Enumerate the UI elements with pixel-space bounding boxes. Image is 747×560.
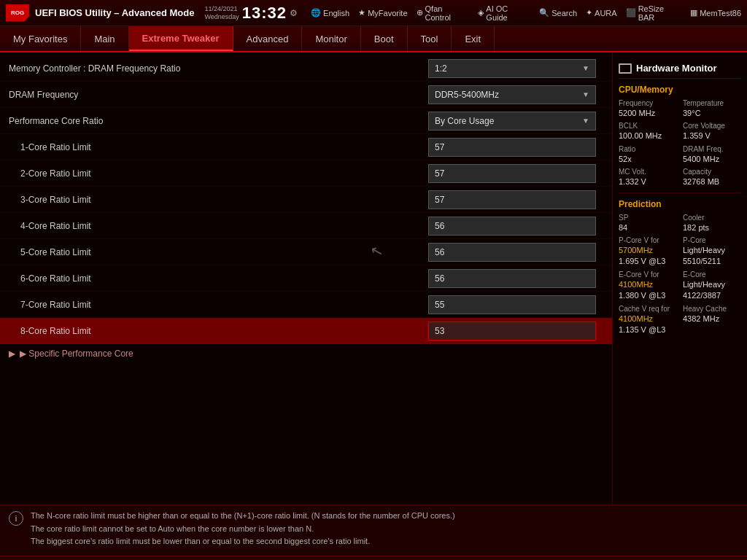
- search-action[interactable]: 🔍 Search: [539, 8, 577, 18]
- frequency-value: 5200 MHz: [619, 108, 677, 119]
- ecore-type: Light/Heavy: [683, 279, 741, 290]
- 7-core-input[interactable]: [428, 295, 596, 314]
- performance-core-ratio-dropdown[interactable]: By Core Usage ▼: [428, 112, 596, 131]
- nav-tool[interactable]: Tool: [408, 26, 452, 51]
- cooler-label: Cooler: [683, 214, 741, 222]
- setting-value-performance-core-ratio[interactable]: By Core Usage ▼: [428, 112, 603, 131]
- setting-value-8-core[interactable]: [428, 322, 603, 341]
- ratio-label: Ratio: [619, 145, 677, 154]
- aura-label: AURA: [595, 9, 617, 18]
- bclk-value: 100.00 MHz: [619, 131, 677, 141]
- setting-7-core-ratio[interactable]: 7-Core Ratio Limit: [0, 292, 612, 318]
- setting-8-core-ratio[interactable]: 8-Core Ratio Limit: [0, 318, 612, 344]
- setting-value-memory-controller[interactable]: 1:2 ▼: [428, 59, 603, 78]
- aioc-action[interactable]: ◈ AI OC Guide: [478, 4, 530, 22]
- setting-performance-core-ratio[interactable]: Performance Core Ratio By Core Usage ▼: [0, 108, 612, 134]
- chevron-right-icon: ▶: [9, 349, 15, 359]
- hardware-monitor-title: Hardware Monitor: [619, 58, 741, 79]
- cache-v-val: 1.135 V @L3: [619, 324, 677, 335]
- content-area[interactable]: Memory Controller : DRAM Frequency Ratio…: [0, 52, 612, 505]
- setting-6-core-ratio[interactable]: 6-Core Ratio Limit: [0, 265, 612, 292]
- settings-icon[interactable]: ⚙: [290, 8, 298, 18]
- nav-my-favorites[interactable]: My Favorites: [0, 26, 81, 51]
- memory-controller-dropdown[interactable]: 1:2 ▼: [428, 59, 596, 78]
- setting-value-6-core[interactable]: [428, 269, 603, 288]
- setting-value-1-core[interactable]: [428, 138, 603, 157]
- setting-1-core-ratio[interactable]: 1-Core Ratio Limit: [0, 134, 612, 160]
- nav-exit[interactable]: Exit: [452, 26, 495, 51]
- aura-action[interactable]: ✦ AURA: [586, 8, 617, 18]
- setting-value-5-core[interactable]: [428, 243, 603, 262]
- 6-core-input[interactable]: [428, 269, 596, 288]
- nav-extreme-tweaker[interactable]: Extreme Tweaker: [129, 26, 233, 51]
- star-icon: ★: [358, 8, 365, 18]
- ecore-type-label: E-Core: [683, 271, 741, 279]
- ratio-value: 52x: [619, 154, 677, 165]
- mem-icon: ▦: [690, 8, 697, 18]
- mc-volt-value: 1.332 V: [619, 176, 677, 187]
- 1-core-input[interactable]: [428, 138, 596, 157]
- ecore-stats: E-Core V for 4100MHz 1.380 V @L3 E-Core …: [619, 271, 741, 302]
- sp-stat: SP 84: [619, 214, 677, 233]
- sp-label: SP: [619, 214, 677, 222]
- nav-monitor[interactable]: Monitor: [302, 26, 360, 51]
- 2-core-input[interactable]: [428, 164, 596, 183]
- setting-3-core-ratio[interactable]: 3-Core Ratio Limit: [0, 187, 612, 213]
- nav-boot[interactable]: Boot: [361, 26, 408, 51]
- cpu-memory-stats: Frequency 5200 MHz Temperature 39°C BCLK…: [619, 99, 741, 188]
- setting-memory-controller[interactable]: Memory Controller : DRAM Frequency Ratio…: [0, 55, 612, 82]
- 5-core-input[interactable]: [428, 243, 596, 262]
- specific-performance-section[interactable]: ▶ ▶ Specific Performance Core: [0, 344, 612, 363]
- 4-core-input[interactable]: [428, 217, 596, 236]
- setting-4-core-ratio[interactable]: 4-Core Ratio Limit: [0, 213, 612, 239]
- setting-value-dram-frequency[interactable]: DDR5-5400MHz ▼: [428, 85, 603, 104]
- dram-freq-value: 5400 MHz: [683, 154, 741, 165]
- qfan-action[interactable]: ⊕ Qfan Control: [417, 4, 470, 22]
- setting-value-2-core[interactable]: [428, 164, 603, 183]
- 8-core-input[interactable]: [428, 322, 596, 341]
- heavy-cache-val: 4382 MHz: [683, 314, 741, 324]
- english-label: English: [323, 9, 349, 18]
- globe-icon: 🌐: [311, 8, 321, 18]
- dram-frequency-dropdown[interactable]: DDR5-5400MHz ▼: [428, 85, 596, 104]
- setting-label-4-core: 4-Core Ratio Limit: [20, 221, 428, 231]
- info-text: The N-core ratio limit must be higher th…: [31, 510, 455, 548]
- capacity-label: Capacity: [683, 168, 741, 176]
- ai-icon: ◈: [478, 8, 484, 18]
- nav-main[interactable]: Main: [81, 26, 128, 51]
- prediction-stats: SP 84 Cooler 182 pts: [619, 214, 741, 233]
- setting-label-7-core: 7-Core Ratio Limit: [20, 300, 428, 310]
- ecore-vals: 4122/3887: [683, 290, 741, 301]
- chevron-down-icon: ▼: [582, 117, 589, 125]
- date-area: 11/24/2021 Wednesday: [204, 5, 239, 21]
- info-icon: i: [9, 511, 23, 526]
- core-voltage-stat: Core Voltage 1.359 V: [683, 122, 741, 141]
- pcore-light-heavy-stat: P-Core Light/Heavy 5510/5211: [683, 236, 741, 268]
- setting-label-performance-core-ratio: Performance Core Ratio: [9, 116, 428, 126]
- setting-5-core-ratio[interactable]: 5-Core Ratio Limit ↖: [0, 239, 612, 265]
- bclk-stat: BCLK 100.00 MHz: [619, 122, 677, 141]
- memtest-action[interactable]: ▦ MemTest86: [690, 8, 741, 18]
- setting-value-4-core[interactable]: [428, 217, 603, 236]
- prediction-section-title: Prediction: [619, 199, 741, 209]
- ecore-v-val: 1.380 V @L3: [619, 290, 677, 301]
- capacity-value: 32768 MB: [683, 176, 741, 187]
- myfavorite-action[interactable]: ★ MyFavorite: [358, 8, 407, 18]
- nav-advanced[interactable]: Advanced: [233, 26, 303, 51]
- english-action[interactable]: 🌐 English: [311, 8, 349, 18]
- sp-value: 84: [619, 222, 677, 233]
- fan-icon: ⊕: [417, 8, 423, 18]
- pcore-vals: 5510/5211: [683, 256, 741, 267]
- resizebar-action[interactable]: ⬛ ReSize BAR: [626, 4, 682, 22]
- setting-value-7-core[interactable]: [428, 295, 603, 314]
- setting-dram-frequency[interactable]: DRAM Frequency DDR5-5400MHz ▼: [0, 82, 612, 108]
- 3-core-input[interactable]: [428, 190, 596, 209]
- cache-v-label: Cache V req for: [619, 305, 677, 314]
- cache-v-freq: 4100MHz: [619, 314, 677, 324]
- search-label: Search: [551, 9, 577, 18]
- pcore-stats: P-Core V for 5700MHz 1.695 V @L3 P-Core …: [619, 236, 741, 268]
- setting-2-core-ratio[interactable]: 2-Core Ratio Limit: [0, 160, 612, 187]
- setting-value-3-core[interactable]: [428, 190, 603, 209]
- search-icon: 🔍: [539, 8, 549, 18]
- setting-label-6-core: 6-Core Ratio Limit: [20, 273, 428, 284]
